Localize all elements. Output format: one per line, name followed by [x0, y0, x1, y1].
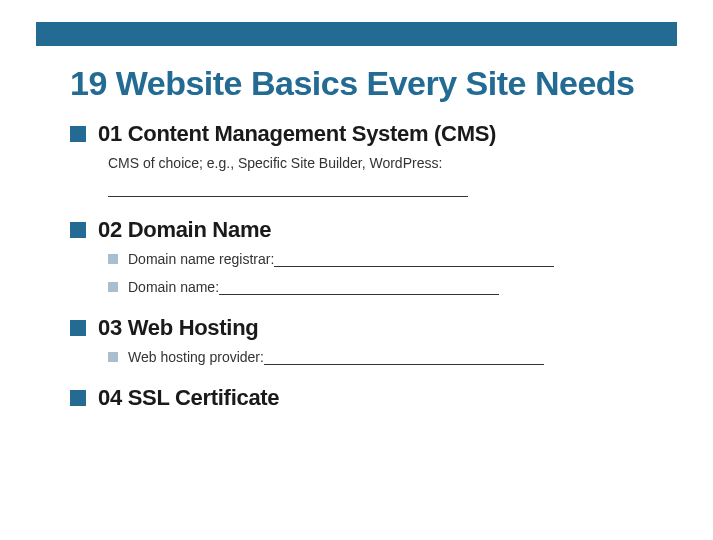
section-03: 03 Web Hosting Web hosting provider:: [70, 315, 643, 365]
sub-item-label: Domain name:: [128, 279, 219, 295]
bullet-square-icon: [70, 222, 86, 238]
section-title: 01 Content Management System (CMS): [98, 121, 496, 147]
bullet-square-icon: [70, 126, 86, 142]
sub-item: Web hosting provider:: [108, 349, 643, 365]
section-number: 01: [98, 121, 122, 146]
section-02: 02 Domain Name Domain name registrar: Do…: [70, 217, 643, 295]
section-number: 04: [98, 385, 122, 410]
blank-input-line[interactable]: [219, 281, 499, 295]
section-header: 02 Domain Name: [70, 217, 643, 243]
section-title: 02 Domain Name: [98, 217, 271, 243]
section-title: 04 SSL Certificate: [98, 385, 279, 411]
sub-bullet-icon: [108, 282, 118, 292]
section-body: Web hosting provider:: [70, 349, 643, 365]
section-header: 01 Content Management System (CMS): [70, 121, 643, 147]
sub-item: Domain name registrar:: [108, 251, 643, 267]
section-number: 02: [98, 217, 122, 242]
sub-bullet-icon: [108, 254, 118, 264]
sub-bullet-icon: [108, 352, 118, 362]
bullet-square-icon: [70, 390, 86, 406]
section-number: 03: [98, 315, 122, 340]
section-04: 04 SSL Certificate: [70, 385, 643, 411]
blank-input-line[interactable]: [274, 253, 554, 267]
sub-item-label: Domain name registrar:: [128, 251, 274, 267]
page-title: 19 Website Basics Every Site Needs: [70, 64, 643, 103]
section-title: 03 Web Hosting: [98, 315, 258, 341]
bullet-square-icon: [70, 320, 86, 336]
section-01: 01 Content Management System (CMS) CMS o…: [70, 121, 643, 197]
section-description: CMS of choice; e.g., Specific Site Build…: [108, 155, 643, 171]
section-body: CMS of choice; e.g., Specific Site Build…: [70, 155, 643, 197]
top-accent-bar: [36, 22, 677, 46]
blank-input-line[interactable]: [108, 183, 468, 197]
section-name: Web Hosting: [128, 315, 259, 340]
section-header: 04 SSL Certificate: [70, 385, 643, 411]
section-name: Content Management System (CMS): [128, 121, 496, 146]
sub-item: Domain name:: [108, 279, 643, 295]
document-content: 19 Website Basics Every Site Needs 01 Co…: [0, 64, 713, 411]
sub-item-label: Web hosting provider:: [128, 349, 264, 365]
section-body: Domain name registrar: Domain name:: [70, 251, 643, 295]
section-header: 03 Web Hosting: [70, 315, 643, 341]
section-name: Domain Name: [128, 217, 271, 242]
section-name: SSL Certificate: [128, 385, 280, 410]
blank-input-line[interactable]: [264, 351, 544, 365]
